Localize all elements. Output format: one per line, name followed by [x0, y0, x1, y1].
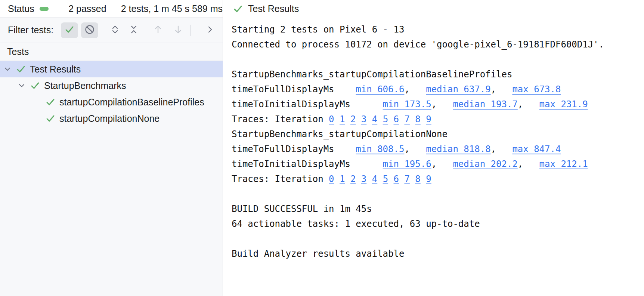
collapse-all-icon: [129, 24, 139, 36]
console-line: Traces: Iteration 0 1 2 3 4 5 6 7 8 9: [232, 112, 644, 127]
console-line: [232, 52, 644, 67]
console-link[interactable]: 1: [340, 114, 345, 124]
console-line: timeToInitialDisplayMs min 173.5, median…: [232, 97, 644, 112]
circle-slash-icon: [84, 24, 95, 36]
console-line: timeToFullDisplayMs min 606.6, median 63…: [232, 82, 644, 97]
console-text: Traces: Iteration: [232, 114, 329, 124]
console-link[interactable]: median 202.2: [453, 159, 517, 169]
console-link[interactable]: 4: [372, 174, 377, 184]
console-text: Connected to process 10172 on device 'go…: [232, 39, 604, 50]
filter-toolbar: Filter tests:: [0, 18, 223, 43]
check-icon: [64, 24, 75, 36]
test-tree-panel: Filter tests:: [0, 18, 223, 296]
console-text: StartupBenchmarks_startupCompilationNone: [232, 129, 448, 139]
console-text: [421, 174, 426, 184]
tree-row-label: Test Results: [30, 64, 81, 75]
console-link[interactable]: max 847.4: [512, 144, 561, 154]
console-text: ,: [491, 84, 513, 95]
console-line: BUILD SUCCESSFUL in 1m 45s: [232, 201, 644, 216]
tree-row-label: startupCompilationNone: [59, 113, 160, 124]
console-link[interactable]: 1: [340, 174, 345, 184]
tree-row-startup-compilation-none[interactable]: startupCompilationNone: [0, 110, 223, 127]
previous-failed-test-button[interactable]: [151, 22, 165, 38]
console-text: ,: [518, 99, 539, 110]
console-line: timeToInitialDisplayMs min 195.6, median…: [232, 157, 644, 172]
tests-header-label: Tests: [7, 46, 29, 57]
console-link[interactable]: 2: [350, 114, 356, 124]
console-text: [366, 174, 372, 184]
console-link[interactable]: median 193.7: [453, 99, 517, 110]
console-line: StartupBenchmarks_startupCompilationNone: [232, 127, 644, 142]
console-link[interactable]: median 818.8: [426, 144, 490, 154]
console-text: 64 actionable tasks: 1 executed, 63 up-t…: [232, 219, 480, 229]
console-link[interactable]: max 673.8: [512, 84, 561, 95]
chevron-down-icon[interactable]: [3, 65, 12, 74]
show-passed-button[interactable]: [61, 22, 78, 38]
console-text: [366, 114, 372, 124]
divider: [113, 0, 113, 18]
console-link[interactable]: 9: [426, 114, 431, 124]
show-ignored-button[interactable]: [81, 22, 98, 38]
console-text: [377, 174, 383, 184]
tab-title: Test Results: [248, 3, 299, 14]
console-line: Connected to process 10172 on device 'go…: [232, 37, 644, 52]
console-link[interactable]: max 212.1: [539, 159, 588, 169]
console-link[interactable]: 7: [404, 174, 409, 184]
console-link[interactable]: min 195.6: [383, 159, 431, 169]
status-pill-icon: [40, 7, 49, 11]
console-link[interactable]: 0: [329, 114, 334, 124]
console-link[interactable]: 7: [404, 114, 409, 124]
tree-row-startup-benchmarks[interactable]: StartupBenchmarks: [0, 77, 223, 94]
next-failed-test-button[interactable]: [171, 22, 186, 38]
tree-row-startup-compilation-baseline-profiles[interactable]: startupCompilationBaselineProfiles: [0, 94, 223, 110]
console-line: timeToFullDisplayMs min 808.5, median 81…: [232, 142, 644, 157]
console-text: timeToInitialDisplayMs: [232, 99, 383, 110]
console-text: ,: [431, 159, 453, 169]
console-link[interactable]: 6: [394, 114, 399, 124]
passed-check-icon: [45, 97, 56, 107]
console-link[interactable]: 3: [361, 174, 366, 184]
divider: [103, 25, 103, 36]
results-tab-header[interactable]: Test Results: [223, 0, 644, 18]
arrow-down-icon: [173, 24, 183, 36]
console-text: [399, 174, 404, 184]
expand-all-button[interactable]: [108, 22, 123, 38]
console-link[interactable]: median 637.9: [426, 84, 490, 95]
test-tree: Test Results StartupBenchmarks startupCo…: [0, 61, 223, 127]
console-text: [399, 114, 404, 124]
console-link[interactable]: min 173.5: [383, 99, 431, 110]
console-link[interactable]: 8: [415, 114, 420, 124]
passed-check-icon: [16, 64, 26, 74]
tree-row-label: startupCompilationBaselineProfiles: [59, 97, 204, 108]
console-link[interactable]: 8: [415, 174, 420, 184]
console-link[interactable]: 5: [383, 114, 388, 124]
arrow-up-icon: [153, 24, 163, 36]
passed-check-icon: [232, 3, 244, 15]
console-text: [356, 114, 361, 124]
console-link[interactable]: 3: [361, 114, 366, 124]
console-link[interactable]: min 808.5: [356, 144, 404, 154]
divider: [58, 0, 58, 18]
console-text: [334, 174, 340, 184]
console-link[interactable]: 4: [372, 114, 377, 124]
console-text: ,: [404, 84, 426, 95]
console-text: ,: [518, 159, 539, 169]
console-link[interactable]: 5: [383, 174, 388, 184]
console-text: [388, 174, 393, 184]
console-text: Traces: Iteration: [232, 174, 329, 184]
console-text: timeToFullDisplayMs: [232, 84, 356, 95]
console-text: Build Analyzer results available: [232, 249, 404, 259]
collapse-all-button[interactable]: [126, 22, 141, 38]
console-link[interactable]: 2: [350, 174, 356, 184]
more-actions-button[interactable]: [202, 22, 217, 38]
console-link[interactable]: 9: [426, 174, 431, 184]
console-line: 64 actionable tasks: 1 executed, 63 up-t…: [232, 216, 644, 231]
console-link[interactable]: 6: [394, 174, 399, 184]
expand-all-icon: [110, 24, 120, 36]
console-link[interactable]: max 231.9: [539, 99, 588, 110]
console-link[interactable]: min 606.6: [356, 84, 404, 95]
chevron-down-icon[interactable]: [17, 81, 26, 90]
tree-row-label: StartupBenchmarks: [44, 80, 126, 91]
tree-row-test-results[interactable]: Test Results: [0, 61, 223, 77]
console-link[interactable]: 0: [329, 174, 334, 184]
